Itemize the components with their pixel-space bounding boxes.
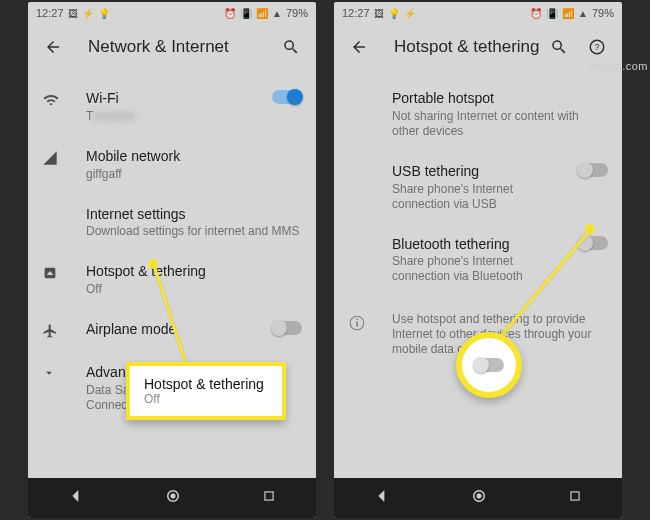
wifi-icon: [42, 92, 60, 110]
airplane-toggle[interactable]: [272, 321, 302, 335]
row-sub: Download settings for internet and MMS: [86, 224, 302, 239]
nav-home[interactable]: [164, 487, 182, 509]
bolt-icon: ⚡: [404, 8, 416, 19]
info-icon: [348, 314, 366, 332]
hotspot-icon: [42, 265, 58, 281]
row-sub: Share phone's Internet connection via Bl…: [392, 254, 568, 284]
signal-icon: ▲: [578, 8, 588, 19]
row-mobile-network[interactable]: Mobile network giffgaff: [28, 136, 316, 194]
row-title: Bluetooth tethering: [392, 236, 568, 253]
row-bluetooth-tethering[interactable]: Bluetooth tethering Share phone's Intern…: [334, 224, 622, 297]
status-time: 12:27: [36, 7, 64, 19]
row-title: Hotspot & tethering: [86, 263, 302, 280]
image-icon: 🖼: [374, 8, 384, 19]
alarm-icon: ⏰: [224, 8, 236, 19]
wifi-name-blurred: xxxxxxx: [93, 109, 135, 123]
settings-list: Wi-Fi Txxxxxxx Mobile network giffgaff I…: [28, 70, 316, 433]
page-title: Network & Internet: [64, 37, 280, 57]
image-icon: 🖼: [68, 8, 78, 19]
row-hotspot-tethering[interactable]: Hotspot & tethering Off: [28, 251, 316, 309]
status-bar: 12:27 🖼 💡 ⚡ ⏰ 📳 📶 ▲ 79%: [334, 2, 622, 24]
wifi-weak-icon: 📶: [562, 8, 574, 19]
vibrate-icon: 📳: [546, 8, 558, 19]
info-text: Use hotspot and tethering to provide Int…: [392, 312, 608, 357]
row-advanced[interactable]: Advanced Data Saver, VPN, Private DNS, C…: [28, 352, 316, 425]
signal-icon: [42, 150, 58, 166]
nav-home[interactable]: [470, 487, 488, 509]
lightbulb-icon: 💡: [98, 8, 110, 19]
nav-back[interactable]: [374, 488, 390, 508]
svg-rect-7: [356, 322, 358, 327]
row-title: Mobile network: [86, 148, 302, 165]
nav-recent[interactable]: [568, 489, 582, 507]
status-battery: 79%: [286, 7, 308, 19]
svg-point-10: [477, 494, 482, 499]
svg-rect-8: [356, 319, 358, 321]
nav-bar: [28, 478, 316, 518]
nav-recent[interactable]: [262, 489, 276, 507]
search-icon[interactable]: [548, 38, 570, 56]
nav-bar: [334, 478, 622, 518]
row-sub: Data Saver, VPN, Private DNS, Connection…: [86, 383, 302, 413]
lightbulb-icon: 💡: [388, 8, 400, 19]
row-title: USB tethering: [392, 163, 568, 180]
app-bar: Hotspot & tethering ?: [334, 24, 622, 70]
row-info: Use hotspot and tethering to provide Int…: [334, 296, 622, 369]
row-portable-hotspot[interactable]: Portable hotspot Not sharing Internet or…: [334, 78, 622, 151]
status-bar: 12:27 🖼 ⚡ 💡 ⏰ 📳 📶 ▲ 79%: [28, 2, 316, 24]
chevron-down-icon: [42, 366, 56, 380]
row-airplane-mode[interactable]: Airplane mode: [28, 309, 316, 352]
app-bar: Network & Internet: [28, 24, 316, 70]
wifi-weak-icon: 📶: [256, 8, 268, 19]
back-arrow-icon[interactable]: [348, 38, 370, 56]
row-title: Airplane mode: [86, 321, 262, 338]
row-title: Advanced: [86, 364, 302, 381]
bolt-icon: ⚡: [82, 8, 94, 19]
status-battery: 79%: [592, 7, 614, 19]
settings-list: Portable hotspot Not sharing Internet or…: [334, 70, 622, 377]
page-title: Hotspot & tethering: [370, 37, 548, 57]
alarm-icon: ⏰: [530, 8, 542, 19]
tutorial-canvas: 12:27 🖼 ⚡ 💡 ⏰ 📳 📶 ▲ 79% Network & Intern…: [0, 0, 650, 520]
row-internet-settings[interactable]: Internet settings Download settings for …: [28, 194, 316, 252]
row-sub: Not sharing Internet or content with oth…: [392, 109, 608, 139]
svg-rect-11: [571, 492, 579, 500]
status-time: 12:27: [342, 7, 370, 19]
row-wifi[interactable]: Wi-Fi Txxxxxxx: [28, 78, 316, 136]
row-sub: Off: [86, 282, 302, 297]
row-usb-tethering[interactable]: USB tethering Share phone's Internet con…: [334, 151, 622, 224]
help-icon[interactable]: ?: [586, 38, 608, 56]
svg-rect-3: [265, 492, 273, 500]
svg-text:?: ?: [594, 42, 599, 52]
wifi-toggle[interactable]: [272, 90, 302, 104]
row-sub: Share phone's Internet connection via US…: [392, 182, 568, 212]
signal-icon: ▲: [272, 8, 282, 19]
usb-tethering-toggle[interactable]: [578, 163, 608, 177]
row-title: Portable hotspot: [392, 90, 608, 107]
watermark: wsxdn.com: [588, 60, 648, 72]
nav-back[interactable]: [68, 488, 84, 508]
row-title: Wi-Fi: [86, 90, 262, 107]
row-sub: giffgaff: [86, 167, 302, 182]
svg-point-2: [171, 494, 176, 499]
row-title: Internet settings: [86, 206, 302, 223]
back-arrow-icon[interactable]: [42, 38, 64, 56]
airplane-icon: [42, 323, 58, 339]
phone-right: 12:27 🖼 💡 ⚡ ⏰ 📳 📶 ▲ 79% Hotspot & tether…: [334, 2, 622, 518]
bluetooth-tethering-toggle[interactable]: [578, 236, 608, 250]
vibrate-icon: 📳: [240, 8, 252, 19]
search-icon[interactable]: [280, 38, 302, 56]
phone-left: 12:27 🖼 ⚡ 💡 ⏰ 📳 📶 ▲ 79% Network & Intern…: [28, 2, 316, 518]
